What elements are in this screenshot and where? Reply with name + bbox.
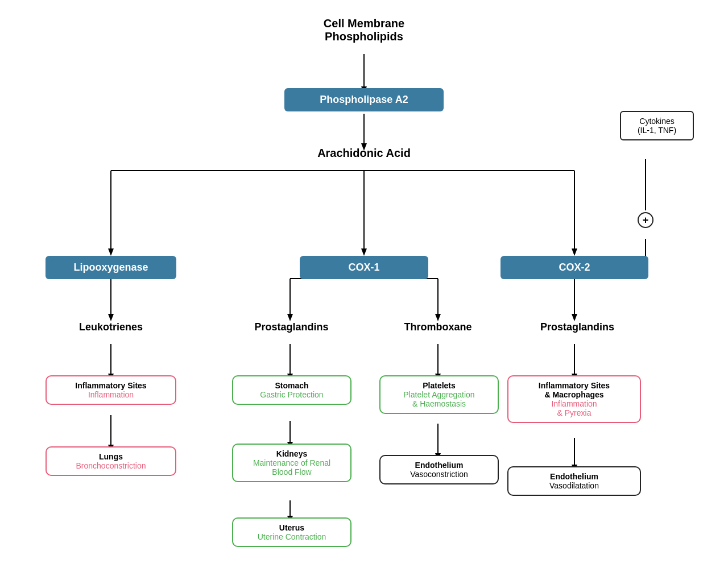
lipooxygenase-box: Lipooxygenase <box>46 256 176 279</box>
plus-circle: + <box>638 212 653 228</box>
svg-marker-21 <box>572 314 577 321</box>
arachidonic-acid-label: Arachidonic Acid <box>279 147 449 160</box>
thromboxane-label: Thromboxane <box>387 321 489 333</box>
phospholipase-box: Phospholipase A2 <box>284 88 444 111</box>
cell-membrane-label: Cell Membrane Phospholipids <box>301 17 427 43</box>
lungs-box: Lungs Bronchoconstriction <box>46 446 176 476</box>
prostaglandins1-label: Prostaglandins <box>239 321 344 333</box>
svg-marker-16 <box>287 314 293 321</box>
leukotrienes-label: Leukotrienes <box>65 321 156 333</box>
svg-marker-11 <box>572 248 577 256</box>
cytokines-box: Cytokines (IL-1, TNF) <box>620 111 694 140</box>
svg-marker-13 <box>108 314 114 321</box>
kidneys-box: Kidneys Maintenance of Renal Blood Flow <box>232 444 351 482</box>
endothelium1-box: Endothelium Vasoconstriction <box>379 455 499 484</box>
stomach-box: Stomach Gastric Protection <box>232 375 351 405</box>
diagram: Cell Membrane Phospholipids Phospholipas… <box>0 0 728 580</box>
svg-marker-8 <box>361 248 367 256</box>
infl-sites-leuko-box: Inflammatory Sites Inflammation <box>46 375 176 405</box>
endothelium2-box: Endothelium Vasodilatation <box>507 466 641 496</box>
prostaglandins2-label: Prostaglandins <box>529 321 626 333</box>
cox2-box: COX-2 <box>500 256 648 279</box>
infl-macro-box: Inflammatory Sites & Macrophages Inflamm… <box>507 375 641 423</box>
svg-marker-19 <box>435 314 441 321</box>
uterus-box: Uterus Uterine Contraction <box>232 517 351 547</box>
svg-marker-6 <box>108 248 114 256</box>
cox1-box: COX-1 <box>300 256 428 279</box>
platelets-box: Platelets Platelet Aggregation & Haemost… <box>379 375 499 414</box>
